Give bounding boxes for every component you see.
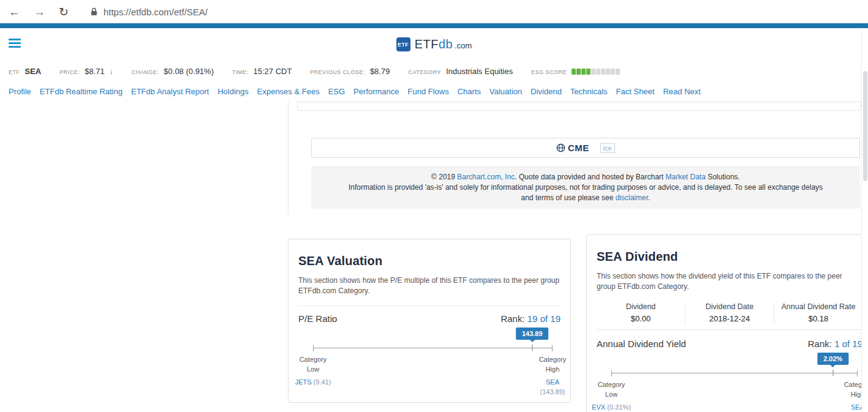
esg-score-meter — [572, 69, 620, 75]
yield-rank: Rank: 1 of 19 — [808, 339, 862, 349]
trading-panel: CME ice © 2019 Barchart.com, Inc. Quote … — [288, 101, 861, 215]
ticker-change: CHANGE: $0.08 (0.91%) — [132, 67, 214, 76]
dividend-description: This section shows how the dividend yiel… — [597, 271, 862, 293]
divider — [298, 305, 560, 306]
category-low-label: Category Low JETS (9.41) — [295, 354, 331, 388]
barchart-disclaimer: © 2019 Barchart.com, Inc. Quote data pro… — [311, 166, 860, 209]
valuation-card: SEA Valuation This section shows how the… — [288, 239, 571, 403]
nav-link-dividend[interactable]: Dividend — [530, 87, 562, 96]
nav-link-realtime-rating[interactable]: ETFdb Realtime Rating — [40, 87, 123, 96]
pe-value-badge: 143.89 — [516, 328, 549, 340]
ticker-price: PRICE: $8.71 ↓ — [59, 67, 113, 76]
page-scrollbar[interactable] — [861, 28, 868, 412]
barchart-link[interactable]: Barchart.com, Inc — [457, 173, 515, 181]
low-ticker-link[interactable]: EVX — [592, 403, 605, 411]
nav-link-charts[interactable]: Charts — [458, 87, 481, 96]
category-value: Industrials Equities — [446, 67, 513, 76]
back-icon[interactable]: ← — [9, 6, 20, 18]
category-high-label: Category High SEA (143.89) — [539, 354, 567, 397]
stat-annual-dividend-rate: Annual Dividend Rate $0.18 — [774, 302, 862, 323]
ticker-prev-close: PREVIOUS CLOSE: $8.79 — [310, 67, 390, 76]
nav-link-fund-flows[interactable]: Fund Flows — [408, 87, 449, 96]
section-nav: Profile ETFdb Realtime Rating ETFdb Anal… — [0, 81, 868, 101]
pe-rank: Rank: 19 of 19 — [500, 313, 560, 324]
main-content: CME ice © 2019 Barchart.com, Inc. Quote … — [0, 101, 868, 412]
browser-chrome: ← → ↻ https://etfdb.com/etf/SEA/ — [0, 0, 868, 23]
ice-logo: ice — [600, 143, 615, 153]
nav-link-valuation[interactable]: Valuation — [489, 87, 522, 96]
prev-close-value: $8.79 — [370, 67, 390, 76]
menu-icon[interactable] — [9, 39, 21, 50]
yield-value-badge: 2.02% — [817, 353, 848, 365]
dividend-yield-gauge: 2.02% Category Low EVX (0.31%) Category … — [597, 353, 862, 412]
nav-link-esg[interactable]: ESG — [328, 87, 345, 96]
dividend-card: SEA Dividend This section shows how the … — [586, 234, 868, 412]
nav-link-technicals[interactable]: Technicals — [570, 87, 608, 96]
nav-link-expenses[interactable]: Expenses & Fees — [257, 87, 320, 96]
gauge-track — [313, 348, 553, 348]
pe-ratio-gauge: 143.89 Category Low JETS (9.41) Category… — [298, 328, 560, 394]
nav-link-read-next[interactable]: Read Next — [663, 87, 700, 96]
reload-icon[interactable]: ↻ — [59, 6, 69, 18]
nav-link-performance[interactable]: Performance — [353, 87, 399, 96]
ticker-category: CATEGORY Industrials Equities — [408, 67, 513, 76]
stat-dividend-date: Dividend Date 2018-12-24 — [685, 302, 774, 323]
pe-rank-link[interactable]: 19 of 19 — [527, 313, 560, 324]
pe-ratio-label: P/E Ratio — [298, 313, 337, 324]
nav-link-holdings[interactable]: Holdings — [217, 87, 249, 96]
disclaimer-line-2: Information is provided 'as-is' and sole… — [345, 182, 826, 203]
price-down-arrow-icon: ↓ — [110, 67, 113, 76]
gauge-track — [611, 373, 858, 373]
ticker-bar: ETF SEA PRICE: $8.71 ↓ CHANGE: $0.08 (0.… — [0, 61, 868, 81]
nav-link-fact-sheet[interactable]: Fact Sheet — [616, 87, 655, 96]
etfdb-logo-badge: ETF — [396, 37, 410, 51]
yield-rank-link[interactable]: 1 of 19 — [834, 339, 862, 349]
nav-link-profile[interactable]: Profile — [9, 87, 31, 96]
scrollbar-thumb[interactable] — [863, 71, 867, 181]
stat-dividend: Dividend $0.00 — [597, 302, 685, 323]
url-text: https://etfdb.com/etf/SEA/ — [104, 7, 208, 17]
address-bar[interactable]: https://etfdb.com/etf/SEA/ — [82, 7, 859, 17]
change-value: $0.08 (0.91%) — [164, 67, 214, 76]
category-low-label: Category Low EVX (0.31%) — [592, 380, 631, 412]
dividend-title: SEA Dividend — [597, 250, 862, 264]
annual-dividend-yield-label: Annual Dividend Yield — [597, 339, 686, 349]
globe-icon — [556, 143, 565, 152]
ticker-symbol: ETF SEA — [9, 67, 41, 76]
disclaimer-line-1: © 2019 Barchart.com, Inc. Quote data pro… — [345, 172, 826, 182]
price-value: $8.71 — [85, 67, 105, 76]
forward-icon[interactable]: → — [34, 6, 45, 18]
etfdb-logo[interactable]: ETF ETFdb .com — [396, 37, 472, 51]
ticker-symbol-value: SEA — [25, 67, 42, 76]
nav-link-analyst-report[interactable]: ETFdb Analyst Report — [131, 87, 209, 96]
high-ticker-link[interactable]: SEA — [546, 378, 559, 386]
disclaimer-link[interactable]: disclaimer — [616, 193, 648, 202]
low-ticker-link[interactable]: JETS — [295, 378, 312, 386]
etfdb-logo-tld: .com — [455, 41, 472, 50]
lock-icon — [91, 7, 97, 16]
etfdb-logo-name: ETFdb — [415, 37, 453, 51]
truncated-quote-box — [297, 102, 861, 111]
market-data-link[interactable]: Market Data — [666, 173, 706, 181]
site-top-stripe — [0, 23, 868, 28]
ticker-time: TIME: 15:27 CDT — [232, 67, 292, 76]
time-value: 15:27 CDT — [253, 67, 292, 76]
valuation-description: This section shows how the P/E multiple … — [298, 275, 560, 297]
dividend-stats-row: Dividend $0.00 Dividend Date 2018-12-24 … — [597, 299, 862, 330]
exchange-logos-box: CME ice — [311, 138, 860, 158]
ticker-esg: ESG SCORE — [531, 68, 620, 75]
cme-logo: CME — [556, 143, 589, 153]
site-header: ETF ETFdb .com — [0, 28, 868, 61]
valuation-title: SEA Valuation — [298, 254, 560, 268]
